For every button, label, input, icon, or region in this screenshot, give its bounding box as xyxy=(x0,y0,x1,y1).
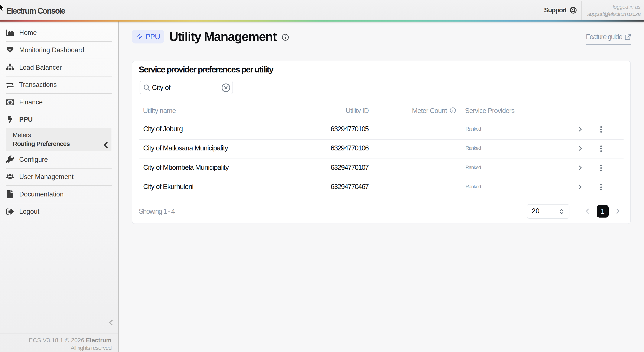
svg-text:1: 1 xyxy=(10,101,11,103)
